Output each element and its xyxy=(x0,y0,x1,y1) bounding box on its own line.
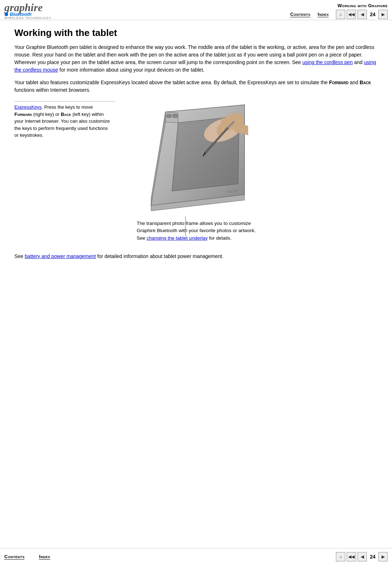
bottom-page-number: 24 xyxy=(370,554,375,560)
caption-connector-line xyxy=(185,216,186,236)
top-nav-row: Contents Index ⌂ ◀◀ ◀ 24 ▶ xyxy=(290,10,388,19)
cordless-pen-link[interactable]: using the cordless pen xyxy=(302,59,353,65)
forward-text: Forward xyxy=(329,80,348,85)
paragraph-1: Your Graphire Bluetooth pen tablet is de… xyxy=(14,44,378,74)
svg-rect-3 xyxy=(167,114,172,118)
top-page-number: 24 xyxy=(370,12,375,17)
bottom-nav-icons: ⌂ ◀◀ ◀ 24 ▶ xyxy=(336,552,388,561)
header-right: Working with Graphire Contents Index ⌂ ◀… xyxy=(290,3,388,19)
bottom-see-paragraph: See battery and power management for det… xyxy=(14,253,378,260)
main-content: Working with the tablet Your Graphire Bl… xyxy=(0,20,392,267)
image-section: ExpressKeys. Press the keys to move Forw… xyxy=(14,101,378,216)
bottom-back-button[interactable]: ◀◀ xyxy=(347,552,356,561)
top-index-link[interactable]: Index xyxy=(318,12,329,17)
bottom-next-button[interactable]: ▶ xyxy=(378,552,388,561)
page-title: Working with the tablet xyxy=(14,27,378,39)
expresskeys-link[interactable]: ExpressKeys xyxy=(14,104,42,110)
svg-rect-4 xyxy=(173,114,178,118)
top-nav-icons: ⌂ ◀◀ ◀ 24 ▶ xyxy=(336,10,388,19)
image-caption-below: The transparent photo frame allows you t… xyxy=(14,216,378,242)
paragraph-2: Your tablet also features customizable E… xyxy=(14,79,378,94)
logo-subtitle: WIRELESS TECHNOLOGY xyxy=(4,16,51,20)
tablet-underlay-link[interactable]: changing the tablet underlay xyxy=(147,235,208,241)
bottom-index-link[interactable]: Index xyxy=(39,554,50,560)
back-button[interactable]: ◀◀ xyxy=(347,10,356,19)
tablet-image: WACOM xyxy=(115,101,248,216)
top-header: graphire ⬢ Bluetooth WIRELESS TECHNOLOGY… xyxy=(0,0,392,20)
below-caption-text: The transparent photo frame allows you t… xyxy=(137,220,256,242)
bottom-prev-button[interactable]: ◀ xyxy=(357,552,367,561)
working-with-title: Working with Graphire xyxy=(337,3,388,8)
footer-left: Contents Index xyxy=(4,554,50,560)
next-button[interactable]: ▶ xyxy=(378,10,388,19)
bottom-home-button[interactable]: ⌂ xyxy=(336,552,345,561)
logo-area: graphire ⬢ Bluetooth WIRELESS TECHNOLOGY xyxy=(4,2,51,20)
back-text: Back xyxy=(360,80,371,85)
caption-left: ExpressKeys. Press the keys to move Forw… xyxy=(14,101,115,216)
bottom-contents-link[interactable]: Contents xyxy=(4,554,24,560)
bottom-footer: Contents Index ⌂ ◀◀ ◀ 24 ▶ xyxy=(0,548,392,565)
top-contents-link[interactable]: Contents xyxy=(290,12,310,17)
battery-link[interactable]: battery and power management xyxy=(25,253,96,259)
prev-button[interactable]: ◀ xyxy=(357,10,367,19)
home-button[interactable]: ⌂ xyxy=(336,10,345,19)
